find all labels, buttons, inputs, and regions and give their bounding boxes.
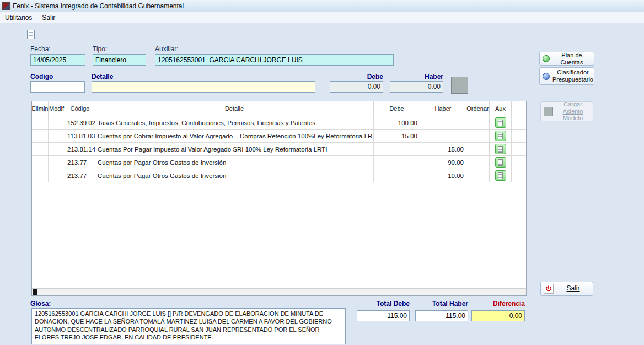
aux-button[interactable] [495,117,506,128]
plan-cuentas-globe-icon [543,55,550,62]
app-icon [2,2,10,10]
power-icon [544,284,554,294]
aux-button[interactable] [495,170,506,181]
row-codigo: 213.81.14 [65,143,95,155]
add-entry-button[interactable] [451,77,468,94]
menu-utilitarios[interactable]: Utilitarios [0,13,37,23]
glosa-label: Glosa: [30,300,51,308]
cargar-asiento-icon [544,107,553,116]
header-ordenar: Ordenar [466,101,490,116]
horizontal-scrollbar[interactable] [32,288,526,295]
row-haber: 10.00 [420,169,466,182]
aux-document-icon [498,133,503,139]
header-modif: Modif [49,101,65,116]
table-row[interactable]: 213.81.14 Cuentas Por Pagar Impuesto al … [32,143,526,156]
scrollbar-thumb[interactable] [33,289,37,295]
row-codigo: 152.39.02 [65,116,95,129]
table-row[interactable]: 213.77 Cuentas por Pagar Otros Gastos de… [32,156,526,169]
total-debe-field: 115.00 [357,310,410,321]
tipo-field[interactable] [93,54,146,66]
row-haber [420,116,466,129]
row-codigo: 213.77 [65,156,95,169]
row-haber: 90.00 [420,156,466,169]
codigo-input[interactable] [30,81,85,93]
aux-button[interactable] [495,131,506,141]
titlebar: Fenix - Sistema Integrado de Contabilida… [0,0,644,12]
salir-button[interactable]: Salir [540,282,593,296]
header-debe: Debe [374,101,420,116]
grid-header-row: Elimin Modif Código Detalle Debe Haber O… [32,101,526,116]
form-divider [30,71,526,71]
new-document-icon [27,30,35,39]
table-row[interactable]: 213.77 Cuentas por Pagar Otros Gastos de… [32,169,526,182]
header-aux: Aux [490,101,512,116]
row-debe [374,156,420,169]
codigo-label: Código [30,73,53,80]
row-haber: 15.00 [420,143,466,155]
row-codigo: 113.81.03 [65,130,95,142]
left-panel-strip [0,23,19,345]
detalle-label: Detalle [92,73,113,80]
row-debe [374,169,420,182]
app-window: Fenix - Sistema Integrado de Contabilida… [0,0,644,345]
header-elimin: Elimin [32,101,49,116]
detalle-input[interactable] [92,81,315,93]
row-detalle: Cuentas por Pagar Otros Gastos de Invers… [95,169,374,182]
row-codigo: 213.77 [65,169,95,182]
diferencia-field: 0.00 [471,310,525,321]
aux-document-icon [498,159,503,166]
fecha-label: Fecha: [30,45,51,53]
menu-salir[interactable]: Salir [37,13,60,23]
row-detalle: Cuentas Por Pagar Impuesto al Valor Agre… [95,143,374,155]
row-detalle: Cuentas por Cobrar Impuesto al Valor Agr… [95,130,374,142]
header-detalle: Detalle [95,101,374,116]
row-haber [420,130,466,142]
row-debe: 15.00 [374,130,420,142]
diferencia-label: Diferencia [471,300,525,308]
auxiliar-field[interactable] [155,54,394,66]
auxiliar-label: Auxiliar: [155,45,179,53]
tipo-label: Tipo: [93,45,107,53]
aux-document-icon [498,120,503,126]
aux-document-icon [498,172,503,179]
toolbar-divider [20,41,644,41]
haber-field: 0.00 [390,81,443,93]
fecha-field[interactable] [30,54,85,66]
table-row[interactable]: 152.39.02 Tasas Generales, Impuestos, Co… [32,116,526,130]
debe-label: Debe [330,73,383,80]
row-detalle: Cuentas por Pagar Otros Gastos de Invers… [95,156,374,169]
header-haber: Haber [420,101,466,116]
total-haber-field: 115.00 [415,310,468,321]
entries-grid: Elimin Modif Código Detalle Debe Haber O… [31,101,527,296]
clasificador-presupuestario-button[interactable]: Clasificador Presupuestario [539,67,594,85]
table-row[interactable]: 113.81.03 Cuentas por Cobrar Impuesto al… [32,130,526,143]
window-title: Fenix - Sistema Integrado de Contabilida… [13,2,184,10]
aux-document-icon [498,146,503,153]
row-debe [374,143,420,155]
cargar-asiento-modelo-button[interactable]: Cargar Asiento Modelo [540,101,593,121]
header-codigo: Código [65,101,95,116]
new-entry-button[interactable] [24,28,37,41]
total-debe-label: Total Debe [357,300,410,308]
menubar: Utilitarios Salir [0,12,644,23]
row-detalle: Tasas Generales, Impuestos, Contribucion… [95,116,374,129]
aux-button[interactable] [495,144,506,154]
glosa-textarea[interactable]: 1205162553001 GARCIA CARCHI JORGE LUIS [… [31,308,346,344]
plan-de-cuentas-button[interactable]: Plan de Cuentas [539,52,594,66]
haber-label: Haber [390,73,443,80]
clasificador-globe-icon [543,73,550,80]
total-haber-label: Total Haber [415,300,468,308]
aux-button[interactable] [495,157,506,168]
debe-field: 0.00 [330,81,383,93]
row-debe: 100.00 [374,116,420,129]
